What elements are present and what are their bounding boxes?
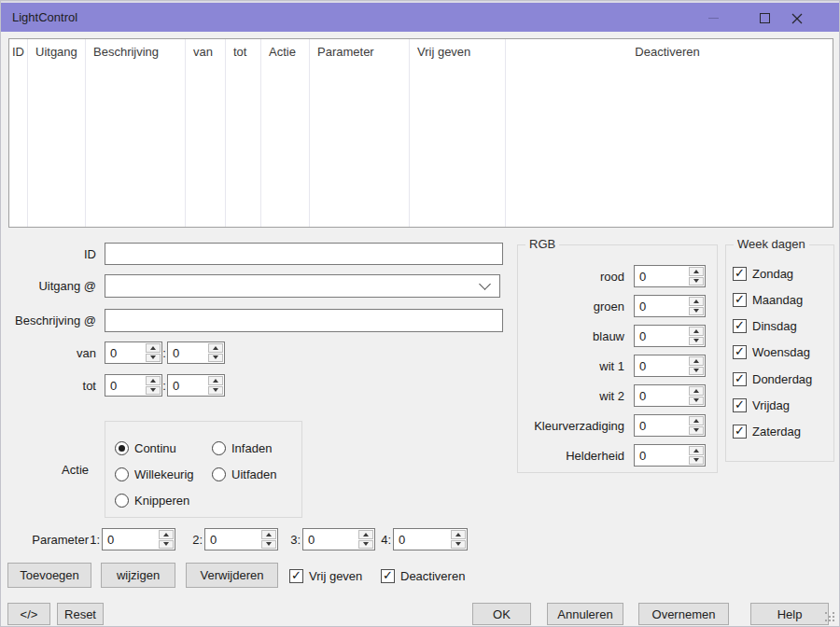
spin-up-button[interactable] bbox=[451, 530, 466, 539]
parameter-3-spinner[interactable]: 0 bbox=[302, 528, 375, 550]
radio-uitfaden[interactable]: Uitfaden bbox=[212, 467, 276, 482]
arrow-up-icon bbox=[363, 533, 369, 536]
radio-willekeurig[interactable]: Willekeurig bbox=[115, 467, 194, 482]
radio-knipperen[interactable]: Knipperen bbox=[115, 493, 189, 509]
van-minute-spinner[interactable]: 0 bbox=[167, 341, 225, 364]
checkbox-zondag[interactable]: ✓Zondag bbox=[733, 266, 793, 281]
spin-down-button[interactable] bbox=[451, 540, 466, 550]
spin-down-button[interactable] bbox=[689, 307, 704, 316]
blauw-spinner[interactable]: 0 bbox=[634, 325, 706, 347]
spin-down-button[interactable] bbox=[261, 540, 276, 550]
minimize-button[interactable] bbox=[693, 5, 735, 32]
wit2-label: wit 2 bbox=[520, 389, 624, 403]
tot-hour-spinner[interactable]: 0 bbox=[105, 374, 162, 397]
spin-down-button[interactable] bbox=[689, 277, 704, 286]
spin-up-button[interactable] bbox=[689, 446, 704, 455]
column-header-id[interactable]: ID bbox=[9, 39, 27, 59]
spin-down-button[interactable] bbox=[146, 386, 161, 396]
ok-button[interactable]: OK bbox=[472, 603, 531, 625]
wit1-spinner[interactable]: 0 bbox=[634, 355, 706, 377]
spin-down-button[interactable] bbox=[358, 540, 373, 550]
spin-up-button[interactable] bbox=[689, 297, 704, 306]
checkbox-icon: ✓ bbox=[733, 372, 747, 386]
parameter-2-spinner[interactable]: 0 bbox=[204, 528, 278, 550]
rood-spinner[interactable]: 0 bbox=[634, 265, 706, 287]
toevoegen-button[interactable]: Toevoegen bbox=[7, 563, 91, 588]
verwijderen-button[interactable]: Verwijderen bbox=[186, 563, 278, 588]
help-button[interactable]: Help bbox=[750, 603, 829, 625]
column-header-parameter[interactable]: Parameter bbox=[310, 39, 409, 59]
checkbox-dinsdag[interactable]: ✓Dinsdag bbox=[733, 318, 797, 333]
wit2-spinner[interactable]: 0 bbox=[634, 384, 706, 407]
parameter-1-spinner[interactable]: 0 bbox=[102, 528, 175, 550]
spin-down-button[interactable] bbox=[689, 397, 704, 406]
helderheid-spinner[interactable]: 0 bbox=[634, 444, 706, 467]
groen-label: groen bbox=[520, 300, 624, 314]
column-header-tot[interactable]: tot bbox=[226, 39, 260, 59]
resize-grip[interactable] bbox=[825, 612, 836, 623]
kleurverzadiging-spinner[interactable]: 0 bbox=[634, 414, 706, 437]
annuleren-button[interactable]: Annuleren bbox=[547, 603, 623, 625]
spin-up-button[interactable] bbox=[208, 343, 223, 353]
spin-up-button[interactable] bbox=[689, 267, 704, 276]
reset-button[interactable]: Reset bbox=[57, 603, 104, 625]
code-button[interactable]: </> bbox=[7, 603, 50, 625]
spin-down-button[interactable] bbox=[689, 337, 704, 346]
column-header-uitgang[interactable]: Uitgang bbox=[28, 39, 85, 59]
spin-up-button[interactable] bbox=[689, 416, 704, 425]
checkbox-vrij-geven[interactable]: ✓Vrij geven bbox=[289, 568, 362, 583]
radio-continu[interactable]: Continu bbox=[115, 440, 176, 456]
checkbox-deactiveren[interactable]: ✓Deactiveren bbox=[381, 568, 465, 583]
spin-up-button[interactable] bbox=[261, 530, 276, 539]
arrow-down-icon bbox=[266, 542, 272, 546]
radio-infaden[interactable]: Infaden bbox=[212, 440, 272, 456]
spin-up-button[interactable] bbox=[146, 343, 161, 353]
wijzigen-button[interactable]: wijzigen bbox=[101, 563, 175, 588]
checkbox-maandag[interactable]: ✓Maandag bbox=[733, 292, 803, 307]
button-label: Verwijderen bbox=[201, 568, 264, 582]
schedule-list[interactable]: ID Uitgang Beschrijving van tot Actie Pa… bbox=[8, 38, 833, 228]
spin-down-button[interactable] bbox=[208, 354, 223, 363]
spin-down-button[interactable] bbox=[146, 354, 161, 363]
uitgang-combobox[interactable] bbox=[105, 274, 500, 298]
column-header-beschrijving[interactable]: Beschrijving bbox=[86, 39, 185, 59]
spin-up-button[interactable] bbox=[689, 327, 704, 336]
spin-down-button[interactable] bbox=[689, 426, 704, 436]
beschrijving-input[interactable] bbox=[105, 309, 503, 332]
actie-groupbox: Continu Infaden Willekeurig Uitfaden Kni… bbox=[105, 421, 302, 518]
spin-up-button[interactable] bbox=[159, 530, 174, 539]
spinner-value: 0 bbox=[635, 266, 688, 286]
spin-up-button[interactable] bbox=[689, 356, 704, 366]
checkbox-vrijdag[interactable]: ✓Vrijdag bbox=[733, 397, 790, 412]
checkbox-label: Maandag bbox=[752, 293, 803, 307]
checkbox-woensdag[interactable]: ✓Woensdag bbox=[733, 344, 810, 359]
spin-up-button[interactable] bbox=[208, 376, 223, 385]
checkbox-zaterdag[interactable]: ✓Zaterdag bbox=[733, 424, 801, 439]
id-input[interactable] bbox=[105, 243, 503, 265]
spin-up-button[interactable] bbox=[689, 386, 704, 396]
spinner-value: 0 bbox=[303, 529, 357, 550]
arrow-down-icon bbox=[455, 542, 461, 546]
groen-spinner[interactable]: 0 bbox=[634, 295, 706, 317]
spin-down-button[interactable] bbox=[208, 386, 223, 396]
spinner-value: 0 bbox=[635, 385, 688, 406]
actie-label: Actie bbox=[1, 463, 89, 477]
spin-down-button[interactable] bbox=[159, 540, 174, 550]
spin-up-button[interactable] bbox=[146, 376, 161, 385]
title-bar[interactable]: LightControl bbox=[1, 1, 839, 32]
arrow-up-icon bbox=[213, 379, 218, 383]
column-header-vrij-geven[interactable]: Vrij geven bbox=[410, 39, 505, 59]
parameter-4-spinner[interactable]: 0 bbox=[393, 528, 468, 550]
column-deactiveren: Deactiveren bbox=[506, 39, 833, 227]
overnemen-button[interactable]: Overnemen bbox=[638, 603, 729, 625]
checkbox-donderdag[interactable]: ✓Donderdag bbox=[733, 371, 812, 386]
column-header-deactiveren[interactable]: Deactiveren bbox=[506, 39, 833, 59]
tot-minute-spinner[interactable]: 0 bbox=[167, 374, 225, 397]
spin-down-button[interactable] bbox=[689, 456, 704, 466]
column-header-van[interactable]: van bbox=[186, 39, 225, 59]
close-button[interactable] bbox=[776, 5, 818, 32]
spin-down-button[interactable] bbox=[689, 367, 704, 376]
van-hour-spinner[interactable]: 0 bbox=[105, 341, 162, 364]
column-header-actie[interactable]: Actie bbox=[261, 39, 309, 59]
spin-up-button[interactable] bbox=[358, 530, 373, 539]
